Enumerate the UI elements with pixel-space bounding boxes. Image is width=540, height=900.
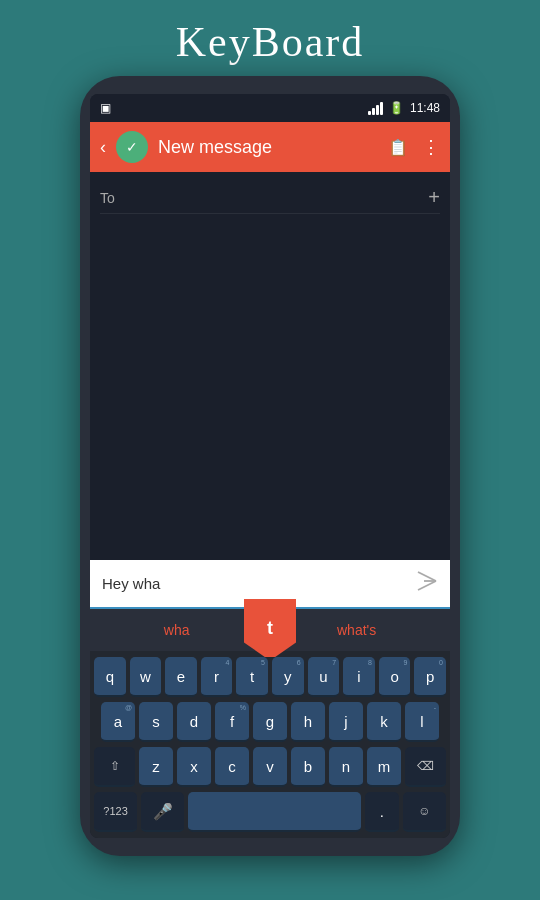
signal-bar-2 (372, 108, 375, 115)
keyboard-row-2: @ a s d % f g h j k - l (94, 702, 446, 742)
keyboard-row-1: q w e 4 r 5 t 6 y 7 u (94, 657, 446, 697)
key-label-e: e (177, 668, 185, 685)
period-label: . (380, 803, 384, 820)
send-button[interactable] (416, 570, 438, 597)
shift-key[interactable]: ⇧ (94, 747, 135, 787)
shift-icon: ⇧ (110, 759, 120, 773)
suggestion-center-text: t (267, 618, 273, 639)
key-label-n: n (342, 758, 350, 775)
photo-icon: ▣ (100, 101, 111, 115)
key-n[interactable]: n (329, 747, 363, 787)
battery-icon: 🔋 (389, 101, 404, 115)
key-j[interactable]: j (329, 702, 363, 742)
key-h[interactable]: h (291, 702, 325, 742)
key-number-f: % (240, 704, 246, 711)
key-v[interactable]: v (253, 747, 287, 787)
key-label-d: d (190, 713, 198, 730)
symbols-key[interactable]: ?123 (94, 792, 137, 832)
delete-key[interactable]: ⌫ (405, 747, 446, 787)
key-label-k: k (380, 713, 388, 730)
key-s[interactable]: s (139, 702, 173, 742)
key-label-o: o (390, 668, 398, 685)
app-bar-actions: 📋 ⋮ (388, 136, 440, 158)
key-label-r: r (214, 668, 219, 685)
symbols-label: ?123 (103, 805, 127, 817)
key-m[interactable]: m (367, 747, 401, 787)
signal-bar-3 (376, 105, 379, 115)
key-label-b: b (304, 758, 312, 775)
key-o[interactable]: 9 o (379, 657, 411, 697)
to-label: To (100, 190, 115, 206)
key-q[interactable]: q (94, 657, 126, 697)
key-d[interactable]: d (177, 702, 211, 742)
key-number-u: 7 (332, 659, 336, 666)
key-k[interactable]: k (367, 702, 401, 742)
to-field: To + (100, 182, 440, 214)
key-label-s: s (152, 713, 160, 730)
page-title: New message (158, 137, 378, 158)
back-button[interactable]: ‹ (100, 137, 106, 158)
suggestion-right[interactable]: what's (327, 618, 386, 642)
key-label-p: p (426, 668, 434, 685)
key-label-m: m (378, 758, 391, 775)
add-recipient-button[interactable]: + (428, 186, 440, 209)
key-label-c: c (228, 758, 236, 775)
key-l[interactable]: - l (405, 702, 439, 742)
signal-bars (368, 101, 383, 115)
key-w[interactable]: w (130, 657, 162, 697)
more-button[interactable]: ⋮ (422, 136, 440, 158)
app-title: KeyBoard (176, 18, 365, 66)
key-label-t: t (250, 668, 254, 685)
suggestion-center-highlight[interactable]: t (244, 599, 296, 657)
key-number-o: 9 (403, 659, 407, 666)
key-p[interactable]: 0 p (414, 657, 446, 697)
key-x[interactable]: x (177, 747, 211, 787)
status-left: ▣ (100, 101, 111, 115)
key-label-j: j (344, 713, 347, 730)
key-y[interactable]: 6 y (272, 657, 304, 697)
space-key[interactable] (188, 792, 361, 832)
key-b[interactable]: b (291, 747, 325, 787)
message-area: To + (90, 172, 450, 560)
key-number-y: 6 (297, 659, 301, 666)
key-g[interactable]: g (253, 702, 287, 742)
suggestion-left[interactable]: wha (154, 618, 200, 642)
key-label-w: w (140, 668, 151, 685)
signal-bar-4 (380, 102, 383, 115)
status-bar: ▣ 🔋 11:48 (90, 94, 450, 122)
key-number-r: 4 (226, 659, 230, 666)
messaging-app-icon: ✓ (116, 131, 148, 163)
key-t[interactable]: 5 t (236, 657, 268, 697)
key-e[interactable]: e (165, 657, 197, 697)
key-label-f: f (230, 713, 234, 730)
mic-key[interactable]: 🎤 (141, 792, 184, 832)
key-number-i: 8 (368, 659, 372, 666)
key-number-p: 0 (439, 659, 443, 666)
key-z[interactable]: z (139, 747, 173, 787)
message-input[interactable] (102, 575, 408, 592)
keyboard-row-3: ⇧ z x c v b n m ⌫ (94, 747, 446, 787)
period-key[interactable]: . (365, 792, 399, 832)
key-label-x: x (190, 758, 198, 775)
key-a[interactable]: @ a (101, 702, 135, 742)
signal-bar-1 (368, 111, 371, 115)
key-r[interactable]: 4 r (201, 657, 233, 697)
key-number-a: @ (125, 704, 132, 711)
emoji-key[interactable]: ☺ (403, 792, 446, 832)
app-bar: ‹ ✓ New message 📋 ⋮ (90, 122, 450, 172)
key-label-q: q (106, 668, 114, 685)
phone-screen: ▣ 🔋 11:48 ‹ ✓ New message 📋 (90, 94, 450, 838)
key-c[interactable]: c (215, 747, 249, 787)
delete-icon: ⌫ (417, 759, 434, 773)
key-label-i: i (357, 668, 360, 685)
key-label-z: z (152, 758, 160, 775)
key-label-h: h (304, 713, 312, 730)
key-f[interactable]: % f (215, 702, 249, 742)
mic-icon: 🎤 (153, 802, 173, 821)
svg-line-0 (418, 581, 436, 590)
attach-button[interactable]: 📋 (388, 138, 408, 157)
key-i[interactable]: 8 i (343, 657, 375, 697)
key-u[interactable]: 7 u (308, 657, 340, 697)
status-right: 🔋 11:48 (368, 101, 440, 115)
key-label-u: u (319, 668, 327, 685)
